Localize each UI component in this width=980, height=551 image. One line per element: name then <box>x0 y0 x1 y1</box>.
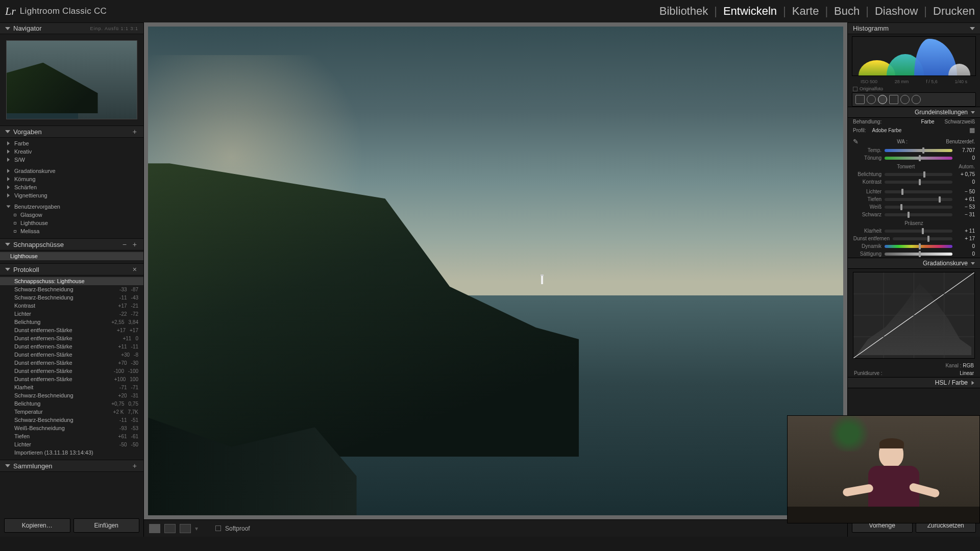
preset-s/w[interactable]: S/W <box>0 156 143 164</box>
navigator-thumbnail[interactable] <box>6 40 137 119</box>
image-preview[interactable] <box>148 27 843 515</box>
profile-value[interactable]: Adobe Farbe <box>869 128 966 133</box>
clarity-slider[interactable] <box>885 230 952 233</box>
exposure-slider[interactable] <box>885 173 952 176</box>
module-drucken[interactable]: Drucken <box>933 5 975 18</box>
history-item[interactable]: Klarheit-71-71 <box>0 383 143 391</box>
clear-history-icon[interactable]: × <box>131 265 138 273</box>
history-item[interactable]: Schnappschuss: Lighthouse <box>0 277 143 285</box>
histogram-header[interactable]: Histogramm <box>848 22 980 34</box>
preset-gradationskurve[interactable]: Gradationskurve <box>0 167 143 175</box>
history-item[interactable]: Tiefen+61-61 <box>0 432 143 440</box>
shadows-value[interactable]: + 61 <box>955 196 975 202</box>
preset-farbe[interactable]: Farbe <box>0 139 143 147</box>
snapshots-header[interactable]: Schnappschüsse −+ <box>0 238 143 251</box>
history-item[interactable]: Schwarz-Beschneidung-33-87 <box>0 285 143 293</box>
history-item[interactable]: Lichter-50-50 <box>0 440 143 448</box>
navigator-zoom-options[interactable]: Einp. Ausfü 1:1 3:1 <box>90 26 138 31</box>
preset-melissa[interactable]: Melissa <box>0 227 143 235</box>
hsl-header[interactable]: HSL / Farbe <box>848 377 980 388</box>
spot-tool-icon[interactable] <box>867 95 876 104</box>
saturation-slider[interactable] <box>885 253 952 256</box>
module-buch[interactable]: Buch <box>834 5 860 18</box>
preset-glasgow[interactable]: Glasgow <box>0 211 143 219</box>
whites-slider[interactable] <box>885 206 952 209</box>
temp-value[interactable]: 7.707 <box>955 147 975 153</box>
before-after-tb-button[interactable] <box>180 524 191 533</box>
preset-schärfen[interactable]: Schärfen <box>0 183 143 191</box>
preset-körnung[interactable]: Körnung <box>0 175 143 183</box>
contrast-slider[interactable] <box>885 181 952 184</box>
auto-tone-button[interactable]: Autom. <box>959 164 975 169</box>
clarity-value[interactable]: + 11 <box>955 228 975 234</box>
copy-button[interactable]: Kopieren… <box>4 518 70 533</box>
add-preset-icon[interactable]: + <box>131 128 138 136</box>
history-item[interactable]: Kontrast+17-21 <box>0 302 143 310</box>
history-item[interactable]: Schwarz-Beschneidung-11-51 <box>0 416 143 424</box>
highlights-value[interactable]: − 50 <box>955 189 975 194</box>
add-collection-icon[interactable]: + <box>131 462 138 470</box>
dehaze-slider[interactable] <box>893 237 952 240</box>
crop-tool-icon[interactable] <box>855 95 865 104</box>
whites-value[interactable]: − 53 <box>955 204 975 210</box>
module-entwickeln[interactable]: Entwickeln <box>723 5 777 18</box>
history-item[interactable]: Importieren (13.11.18 13:14:43) <box>0 448 143 457</box>
vibrance-value[interactable]: 0 <box>955 243 975 249</box>
profile-grid-icon[interactable]: ▦ <box>969 127 975 134</box>
preset-lighthouse[interactable]: Lighthouse <box>0 219 143 227</box>
before-after-lr-button[interactable] <box>164 524 176 533</box>
tint-value[interactable]: 0 <box>955 155 975 161</box>
history-item[interactable]: Dunst entfernen-Stärke+11-11 <box>0 342 143 350</box>
paste-button[interactable]: Einfügen <box>74 518 140 533</box>
treatment-bw[interactable]: Schwarzweiß <box>945 119 975 124</box>
history-item[interactable]: Belichtung+2,553,84 <box>0 318 143 326</box>
history-item[interactable]: Dunst entfernen-Stärke+17+17 <box>0 326 143 334</box>
remove-snapshot-icon[interactable]: − <box>121 240 128 248</box>
collections-header[interactable]: Sammlungen + <box>0 460 143 472</box>
saturation-value[interactable]: 0 <box>955 251 975 257</box>
history-item[interactable]: Dunst entfernen-Stärke+110 <box>0 334 143 342</box>
tone-curve-graph[interactable] <box>853 272 975 359</box>
tint-slider[interactable] <box>885 157 952 160</box>
history-item[interactable]: Dunst entfernen-Stärke+30-8 <box>0 350 143 359</box>
wb-value[interactable]: Benutzerdef. <box>946 139 975 144</box>
history-item[interactable]: Lichter-22-72 <box>0 310 143 318</box>
loupe-view-button[interactable] <box>149 524 160 533</box>
eyedropper-icon[interactable]: ✎ <box>853 138 859 145</box>
highlights-slider[interactable] <box>885 190 952 193</box>
history-item[interactable]: Weiß-Beschneidung-93-53 <box>0 424 143 432</box>
preset-kreativ[interactable]: Kreativ <box>0 147 143 156</box>
module-karte[interactable]: Karte <box>792 5 819 18</box>
contrast-value[interactable]: 0 <box>955 179 975 185</box>
treatment-color[interactable]: Farbe <box>921 119 934 124</box>
module-diashow[interactable]: Diashow <box>875 5 918 18</box>
channel-value[interactable]: RGB <box>963 363 974 368</box>
user-presets-header[interactable]: Benutzervorgaben <box>0 203 143 211</box>
history-item[interactable]: Schwarz-Beschneidung+20-31 <box>0 391 143 399</box>
history-item[interactable]: Dunst entfernen-Stärke+70-30 <box>0 359 143 367</box>
history-item[interactable]: Dunst entfernen-Stärke+100100 <box>0 375 143 383</box>
radial-filter-icon[interactable] <box>900 95 910 104</box>
basic-header[interactable]: Grundeinstellungen <box>848 107 980 118</box>
history-item[interactable]: Dunst entfernen-Stärke-100-100 <box>0 367 143 375</box>
history-item[interactable]: Schwarz-Beschneidung-11-43 <box>0 293 143 302</box>
temp-slider[interactable] <box>885 149 952 152</box>
redeye-tool-icon[interactable] <box>878 95 887 104</box>
history-item[interactable]: Temperatur+2 K7,7K <box>0 408 143 416</box>
brush-tool-icon[interactable] <box>912 95 921 104</box>
blacks-slider[interactable] <box>885 213 952 216</box>
original-checkbox[interactable] <box>853 87 857 91</box>
histogram-display[interactable] <box>852 36 976 76</box>
snapshot-item[interactable]: Lighthouse <box>0 252 143 260</box>
history-item[interactable]: Belichtung+0,750,75 <box>0 399 143 408</box>
navigator-header[interactable]: Navigator Einp. Ausfü 1:1 3:1 <box>0 22 143 34</box>
graduated-filter-icon[interactable] <box>889 95 898 104</box>
shadows-slider[interactable] <box>885 198 952 201</box>
vibrance-slider[interactable] <box>885 245 952 248</box>
pointcurve-value[interactable]: Linear <box>960 370 974 376</box>
dehaze-value[interactable]: + 17 <box>955 236 975 241</box>
tonecurve-header[interactable]: Gradationskurve <box>848 258 980 269</box>
history-header[interactable]: Protokoll × <box>0 263 143 276</box>
module-bibliothek[interactable]: Bibliothek <box>659 5 708 18</box>
exposure-value[interactable]: + 0,75 <box>955 171 975 177</box>
